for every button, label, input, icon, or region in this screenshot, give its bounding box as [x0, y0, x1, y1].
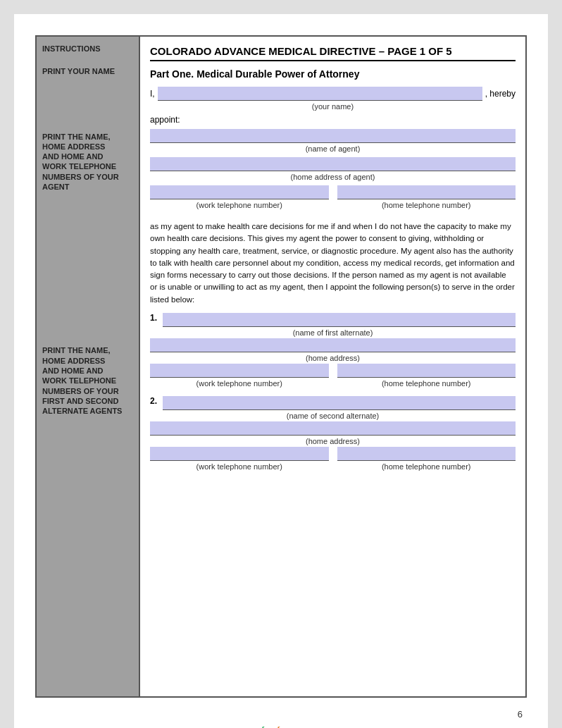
document-title: COLORADO ADVANCE MEDICAL DIRECTIVE – PAG…	[150, 45, 516, 61]
first-alternate-address-input[interactable]	[150, 338, 516, 352]
item1-row: 1.	[150, 313, 516, 327]
footer-free: free	[261, 725, 277, 728]
content-area: COLORADO ADVANCE MEDICAL DIRECTIVE – PAG…	[139, 37, 525, 696]
sidebar-section-agent: PRINT THE NAME, HOME ADDRESS AND HOME AN…	[42, 132, 133, 192]
agent-address-input[interactable]	[150, 157, 516, 171]
document-page: INSTRUCTIONS PRINT YOUR NAME PRINT THE N…	[14, 14, 548, 728]
first-alternate-phone-labels: (work telephone number) (home telephone …	[150, 379, 516, 392]
first-alternate-name-label: (name of first alternate)	[150, 328, 516, 337]
first-alternate-address-row	[150, 338, 516, 352]
body-text: as my agent to make health care decision…	[150, 221, 516, 306]
your-name-label: (your name)	[150, 102, 516, 111]
agent-name-input[interactable]	[150, 129, 516, 143]
suffix-text: , hereby	[485, 89, 516, 99]
item2-number: 2.	[150, 396, 160, 406]
agent-home-phone-input[interactable]	[337, 185, 516, 199]
agent-name-label: (name of agent)	[150, 144, 516, 153]
agent-address-label: (home address of agent)	[150, 173, 516, 181]
second-alternate-phone-labels: (work telephone number) (home telephone …	[150, 462, 516, 475]
second-alt-work-phone-input[interactable]	[150, 447, 329, 461]
first-alt-work-phone-input[interactable]	[150, 364, 329, 378]
second-alternate-address-row	[150, 421, 516, 436]
part-one-title: Part One. Medical Durable Power of Attor…	[150, 68, 516, 80]
your-name-input[interactable]	[158, 87, 482, 101]
sidebar-agent-label: PRINT THE NAME, HOME ADDRESS AND HOME AN…	[42, 132, 133, 192]
footer: freeforms	[14, 722, 548, 728]
agent-phone-labels: (work telephone number) (home telephone …	[150, 201, 516, 214]
first-alternate-phone-row	[150, 364, 516, 378]
sidebar-section-print-name: PRINT YOUR NAME	[42, 66, 133, 76]
item1-number: 1.	[150, 313, 160, 323]
sidebar-section-instructions: INSTRUCTIONS	[42, 44, 133, 54]
home-phone-label: (home telephone number)	[337, 201, 516, 209]
second-alt-work-label: (work telephone number)	[150, 462, 329, 471]
second-alt-home-label: (home telephone number)	[337, 462, 516, 471]
first-alt-work-label: (work telephone number)	[150, 379, 329, 388]
second-alternate-phone-row	[150, 447, 516, 461]
first-alternate-address-label: (home address)	[150, 354, 516, 362]
second-alternate-address-label: (home address)	[150, 437, 516, 445]
second-alternate-name-label: (name of second alternate)	[150, 412, 516, 420]
footer-brand: freeforms	[261, 725, 300, 728]
sidebar-section-alternate: PRINT THE NAME, HOME ADDRESS AND HOME AN…	[42, 345, 133, 416]
second-alternate-address-input[interactable]	[150, 421, 516, 436]
first-alternate-name-input[interactable]	[163, 313, 516, 327]
work-phone-label: (work telephone number)	[150, 201, 329, 209]
agent-work-phone-input[interactable]	[150, 185, 329, 199]
name-line: I, , hereby	[150, 87, 516, 101]
prefix-text: I,	[150, 89, 155, 99]
sidebar-instructions-label: INSTRUCTIONS	[42, 44, 133, 54]
footer-forms: forms	[277, 725, 300, 728]
page-number: 6	[14, 705, 548, 722]
sidebar-alternate-label: PRINT THE NAME, HOME ADDRESS AND HOME AN…	[42, 345, 133, 416]
main-content-area: INSTRUCTIONS PRINT YOUR NAME PRINT THE N…	[35, 35, 527, 698]
first-alt-home-phone-input[interactable]	[337, 364, 516, 378]
sidebar-print-name-label: PRINT YOUR NAME	[42, 66, 133, 76]
second-alternate-name-input[interactable]	[163, 396, 516, 410]
agent-name-row	[150, 129, 516, 143]
item2-row: 2.	[150, 396, 516, 410]
appoint-text: appoint:	[150, 115, 516, 125]
agent-phone-row	[150, 185, 516, 199]
agent-address-row	[150, 157, 516, 171]
second-alt-home-phone-input[interactable]	[337, 447, 516, 461]
sidebar: INSTRUCTIONS PRINT YOUR NAME PRINT THE N…	[37, 37, 139, 696]
first-alt-home-label: (home telephone number)	[337, 379, 516, 388]
